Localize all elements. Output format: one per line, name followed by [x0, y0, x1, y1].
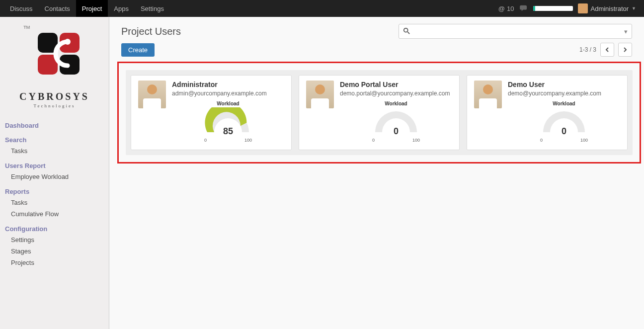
sidebar-link[interactable]: Projects — [0, 257, 109, 268]
nav-item-project[interactable]: Project — [76, 0, 108, 17]
pager-count: 1-3 / 3 — [579, 46, 596, 53]
svg-line-6 — [407, 32, 409, 34]
workload-label: Workload — [172, 101, 284, 106]
sidebar-header[interactable]: Search — [0, 135, 109, 145]
sidebar-section: Users ReportEmployee Workload — [0, 159, 109, 184]
avatar — [474, 81, 502, 108]
tm-mark: TM — [23, 25, 30, 30]
nav-left: DiscussContactsProjectAppsSettings — [4, 0, 170, 17]
gauge: 0 0 100 — [371, 107, 421, 143]
caret-down-icon: ▼ — [632, 6, 636, 11]
sidebar-header[interactable]: Configuration — [0, 224, 109, 234]
shell: TM CYBROSYS Technologies DashboardSearch… — [0, 17, 644, 329]
sidebar-link[interactable]: Stages — [0, 246, 109, 257]
search-icon — [403, 27, 410, 36]
card-email: demo@yourcompany.example.com — [508, 90, 620, 97]
logo-icon — [29, 27, 88, 86]
gauge-min: 0 — [372, 138, 375, 143]
sidebar-link[interactable]: Employee Workload — [0, 171, 109, 182]
main: Project Users ▾ Create 1-3 / 3 — [109, 17, 644, 329]
sidebar-section: ReportsTasksCumulative Flow — [0, 184, 109, 222]
page-title: Project Users — [121, 26, 181, 37]
sidebar-header[interactable]: Users Report — [0, 161, 109, 171]
gauge-min: 0 — [204, 138, 207, 143]
user-menu[interactable]: Administrator ▼ — [578, 3, 637, 13]
nav-right: @ 10 Administrator ▼ — [498, 0, 640, 17]
sidebar-section: ConfigurationSettingsStagesProjects — [0, 222, 109, 270]
sidebar-header[interactable]: Dashboard — [0, 120, 109, 131]
kanban-highlight: Administrator admin@yourcompany.example.… — [117, 62, 641, 164]
nav-item-discuss[interactable]: Discuss — [4, 0, 39, 17]
avatar — [306, 81, 334, 108]
sidebar-section: SearchTasks — [0, 133, 109, 159]
nav-item-contacts[interactable]: Contacts — [39, 0, 76, 17]
sidebar-link[interactable]: Settings — [0, 234, 109, 246]
brand-name: CYBROSYS — [10, 91, 99, 102]
user-card[interactable]: Demo User demo@yourcompany.example.com W… — [467, 75, 628, 150]
search-options-icon[interactable]: ▾ — [624, 28, 628, 35]
user-label: Administrator — [591, 5, 629, 12]
workload-label: Workload — [340, 101, 452, 106]
workload-label: Workload — [508, 101, 620, 106]
search-box[interactable]: ▾ — [399, 24, 632, 39]
kanban-row: Administrator admin@yourcompany.example.… — [126, 70, 633, 155]
svg-point-5 — [404, 28, 408, 32]
progress-bar[interactable] — [533, 6, 573, 11]
sidebar-header[interactable]: Reports — [0, 186, 109, 197]
avatar — [138, 81, 166, 108]
sidebar-link[interactable]: Tasks — [0, 145, 109, 157]
card-email: demo.portal@yourcompany.example.com — [340, 90, 452, 97]
top-nav: DiscussContactsProjectAppsSettings @ 10 … — [0, 0, 644, 17]
mention-indicator[interactable]: @ 10 — [498, 5, 514, 12]
gauge-max: 100 — [244, 138, 252, 143]
pager: 1-3 / 3 — [579, 43, 632, 57]
gauge-max: 100 — [580, 138, 588, 143]
toolbar: Create 1-3 / 3 — [109, 43, 644, 62]
mention-count: 10 — [507, 5, 514, 12]
gauge: 0 0 100 — [539, 107, 589, 143]
create-button[interactable]: Create — [121, 43, 155, 57]
pager-prev-button[interactable] — [600, 43, 614, 57]
card-name: Demo Portal User — [340, 81, 452, 88]
sidebar-link[interactable]: Tasks — [0, 197, 109, 208]
gauge: 85 0 100 — [203, 107, 253, 143]
brand-sub: Technologies — [10, 103, 99, 108]
svg-point-4 — [65, 39, 71, 45]
brand-logo: TM CYBROSYS Technologies — [0, 22, 109, 118]
chevron-left-icon — [605, 47, 610, 52]
nav-item-apps[interactable]: Apps — [108, 0, 135, 17]
chevron-right-icon — [623, 47, 628, 52]
header-row: Project Users ▾ — [109, 17, 644, 43]
sidebar: TM CYBROSYS Technologies DashboardSearch… — [0, 17, 109, 329]
at-icon: @ — [498, 5, 505, 12]
gauge-max: 100 — [412, 138, 420, 143]
search-wrap: ▾ — [399, 24, 632, 39]
sidebar-section: Dashboard — [0, 118, 109, 133]
user-card[interactable]: Demo Portal User demo.portal@yourcompany… — [299, 75, 460, 150]
avatar-icon — [578, 3, 588, 13]
card-email: admin@yourcompany.example.com — [172, 90, 284, 97]
gauge-min: 0 — [540, 138, 543, 143]
pager-next-button[interactable] — [618, 43, 632, 57]
sidebar-link[interactable]: Cumulative Flow — [0, 208, 109, 220]
chat-icon[interactable] — [519, 4, 528, 13]
nav-item-settings[interactable]: Settings — [135, 0, 170, 17]
user-card[interactable]: Administrator admin@yourcompany.example.… — [131, 75, 292, 150]
card-name: Administrator — [172, 81, 284, 88]
search-input[interactable] — [413, 28, 624, 35]
card-name: Demo User — [508, 81, 620, 88]
